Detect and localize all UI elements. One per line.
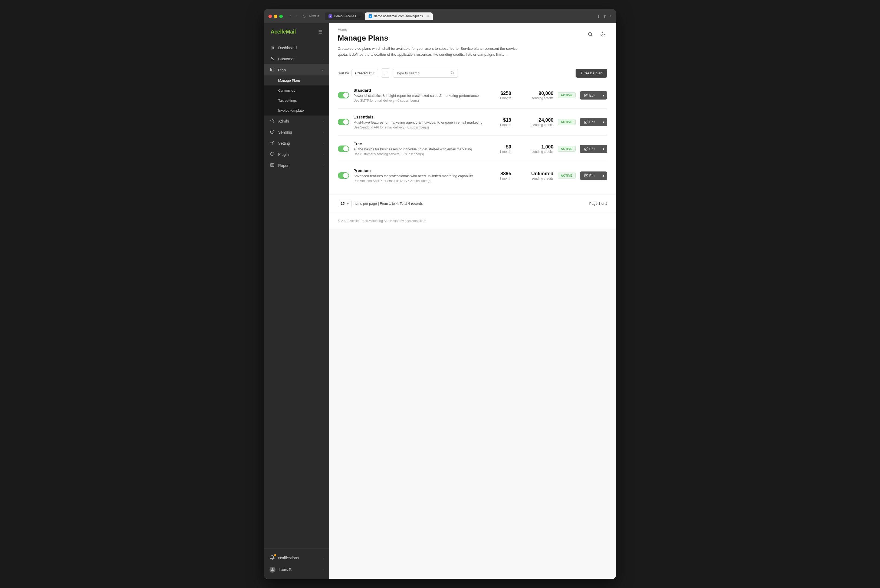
sidebar-item-tax-settings[interactable]: Tax settings bbox=[264, 96, 329, 105]
credits-amount-1: 24,000 bbox=[515, 117, 553, 123]
plan-actions-2: Edit ▾ bbox=[580, 145, 607, 153]
toolbar: Sort by Created at ▾ + Create plan bbox=[329, 63, 616, 82]
plan-credits-1: 24,000 sending credits bbox=[515, 117, 553, 127]
sending-icon bbox=[270, 129, 275, 135]
user-label: Louis P. bbox=[279, 567, 319, 572]
minimize-button[interactable] bbox=[274, 15, 277, 18]
search-input[interactable] bbox=[396, 71, 448, 75]
svg-point-16 bbox=[451, 71, 454, 74]
plan-toggle-0[interactable] bbox=[338, 92, 349, 99]
invoice-template-label: Invoice template bbox=[278, 108, 324, 112]
tab-demo[interactable]: M Demo - Acelle E... bbox=[325, 12, 364, 20]
plan-info-1: Essentials Must-have features for market… bbox=[353, 115, 482, 129]
browser-window: ‹ › ↻ Private M Demo - Acelle E... M dem… bbox=[264, 9, 616, 579]
share-icon[interactable]: ⬆ bbox=[603, 14, 607, 19]
logo-area: AcelleMail ☰ bbox=[264, 23, 329, 40]
sidebar-item-user[interactable]: Louis P. › bbox=[264, 564, 329, 576]
theme-toggle-button[interactable] bbox=[598, 30, 607, 39]
header-left: Home Manage Plans Create service plans w… bbox=[338, 28, 522, 57]
download-icon[interactable]: ⬇ bbox=[597, 14, 600, 19]
menu-toggle-icon[interactable]: ☰ bbox=[318, 29, 323, 35]
search-icon bbox=[451, 71, 454, 75]
new-tab-icon[interactable]: + bbox=[609, 14, 611, 19]
plan-credits-2: 1,000 sending credits bbox=[515, 144, 553, 154]
tax-settings-label: Tax settings bbox=[278, 99, 324, 102]
status-badge-1: ACTIVE bbox=[558, 119, 575, 125]
more-button-3[interactable]: ▾ bbox=[600, 171, 607, 180]
search-box bbox=[393, 69, 458, 78]
plan-name-0: Standard bbox=[353, 88, 482, 93]
svg-point-10 bbox=[272, 568, 273, 570]
credits-amount-3: Unlimited bbox=[515, 171, 553, 177]
chevron-right-admin-icon: › bbox=[323, 120, 324, 123]
sidebar-item-currencies[interactable]: Currencies bbox=[264, 86, 329, 96]
sidebar-item-notifications[interactable]: Notifications › bbox=[264, 552, 329, 564]
close-button[interactable] bbox=[269, 15, 272, 18]
plan-description-1: Must-have features for marketing agency … bbox=[353, 120, 482, 124]
edit-button-0[interactable]: Edit bbox=[580, 91, 600, 99]
page-info: Page 1 of 1 bbox=[589, 201, 608, 206]
sidebar-item-plugin[interactable]: Plugin › bbox=[264, 149, 329, 160]
plan-price-2: $0 1 month bbox=[487, 144, 511, 154]
chevron-down-sort-icon: ▾ bbox=[373, 71, 375, 75]
plan-description-2: All the basics for businesses or individ… bbox=[353, 147, 482, 151]
edit-button-1[interactable]: Edit bbox=[580, 118, 600, 126]
plan-toggle-3[interactable] bbox=[338, 172, 349, 179]
create-plan-button[interactable]: + Create plan bbox=[575, 69, 607, 78]
more-button-1[interactable]: ▾ bbox=[600, 118, 607, 126]
app-footer: © 2022. Acelle Email Marketing Applicati… bbox=[329, 213, 616, 228]
price-period-3: 1 month bbox=[487, 177, 511, 180]
plan-row: Premium Advanced features for profession… bbox=[338, 162, 607, 189]
plan-actions-1: Edit ▾ bbox=[580, 118, 607, 126]
plan-meta-0: Use SMTP for email delivery • 0 subscrib… bbox=[353, 99, 482, 102]
more-button-2[interactable]: ▾ bbox=[600, 145, 607, 153]
browser-nav: ‹ › ↻ Private bbox=[288, 13, 319, 20]
more-button-0[interactable]: ▾ bbox=[600, 91, 607, 99]
currencies-label: Currencies bbox=[278, 88, 324, 93]
sidebar-item-invoice-template[interactable]: Invoice template bbox=[264, 105, 329, 116]
credits-amount-2: 1,000 bbox=[515, 144, 553, 150]
sidebar-item-manage-plans[interactable]: Manage Plans bbox=[264, 75, 329, 86]
maximize-button[interactable] bbox=[279, 15, 283, 18]
credits-label-3: sending credits bbox=[515, 177, 553, 180]
tab-active[interactable]: M demo.acellemail.com/admin/plans ••• bbox=[365, 12, 433, 20]
sidebar-item-plan[interactable]: Plan ∨ bbox=[264, 64, 329, 75]
plan-toggle-2[interactable] bbox=[338, 146, 349, 152]
back-icon[interactable]: ‹ bbox=[288, 13, 292, 19]
per-page-select[interactable]: 15 25 50 bbox=[338, 200, 351, 207]
forward-icon: › bbox=[294, 13, 299, 19]
plan-credits-0: 90,000 sending credits bbox=[515, 91, 553, 100]
price-period-0: 1 month bbox=[487, 96, 511, 100]
edit-button-2[interactable]: Edit bbox=[580, 145, 600, 153]
tab-bar: M Demo - Acelle E... M demo.acellemail.c… bbox=[325, 12, 589, 20]
sidebar-item-label-report: Report bbox=[278, 164, 319, 168]
sort-dropdown[interactable]: Created at ▾ bbox=[351, 69, 378, 77]
page-description: Create service plans which shall be avai… bbox=[338, 46, 522, 57]
toggle-knob-2 bbox=[343, 146, 348, 152]
page-title: Manage Plans bbox=[338, 34, 522, 42]
edit-button-3[interactable]: Edit bbox=[580, 171, 600, 180]
plan-toggle-1[interactable] bbox=[338, 119, 349, 125]
sort-order-button[interactable] bbox=[381, 68, 390, 78]
customer-icon bbox=[270, 56, 275, 62]
plan-meta-2: Use customer's sending servers • 2 subsc… bbox=[353, 152, 482, 156]
search-button[interactable] bbox=[586, 30, 595, 39]
sidebar-item-setting[interactable]: Setting › bbox=[264, 138, 329, 149]
sidebar-item-report[interactable]: Report › bbox=[264, 160, 329, 171]
tab-favicon-active: M bbox=[369, 14, 372, 18]
price-period-2: 1 month bbox=[487, 150, 511, 154]
refresh-icon[interactable]: ↻ bbox=[301, 13, 307, 20]
sidebar-item-admin[interactable]: Admin › bbox=[264, 116, 329, 127]
browser-actions: ⬇ ⬆ + bbox=[597, 14, 611, 19]
sidebar-item-label-setting: Setting bbox=[278, 141, 319, 146]
sidebar-item-label-plan: Plan bbox=[278, 68, 318, 72]
sidebar-item-dashboard[interactable]: ⊞ Dashboard bbox=[264, 42, 329, 53]
svg-point-11 bbox=[588, 33, 592, 36]
chevron-right-sending-icon: › bbox=[323, 130, 324, 134]
plan-row: Standard Powerful statistics & insight r… bbox=[338, 82, 607, 109]
sidebar-item-sending[interactable]: Sending › bbox=[264, 127, 329, 138]
main-content: Home Manage Plans Create service plans w… bbox=[329, 23, 616, 579]
plan-price-1: $19 1 month bbox=[487, 117, 511, 127]
sidebar-item-customer[interactable]: Customer › bbox=[264, 53, 329, 64]
sort-value: Created at bbox=[355, 71, 371, 75]
